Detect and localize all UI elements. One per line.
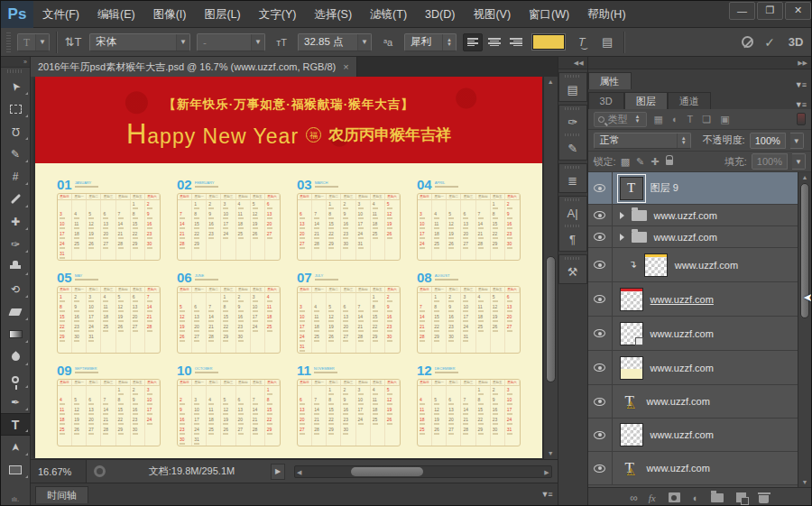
font-size-select[interactable]: 32.85 点 ▼ xyxy=(298,33,372,51)
layer-row-1[interactable]: www.uzzf.com xyxy=(588,205,798,226)
commit-edits-icon[interactable]: ✓ xyxy=(760,35,780,50)
vertical-scrollbar[interactable]: ▲ ▼ xyxy=(543,77,558,459)
menu-item-0[interactable]: 文件(F) xyxy=(33,1,88,28)
move-tool[interactable]: ➤ xyxy=(1,75,31,97)
layer-name[interactable]: www.uzzf.com xyxy=(675,260,738,271)
font-style-select[interactable]: - ▼ xyxy=(197,33,265,51)
align-left-button[interactable] xyxy=(463,33,483,51)
opacity-value[interactable]: 100% xyxy=(750,133,786,149)
dock-grip[interactable] xyxy=(565,107,581,110)
tools-grip[interactable] xyxy=(7,69,23,73)
lock-all-icon[interactable] xyxy=(666,156,673,167)
type-tool[interactable]: T xyxy=(1,413,31,436)
layer-thumbnail[interactable] xyxy=(620,423,643,446)
dock-grip[interactable] xyxy=(565,166,581,169)
scroll-right-icon[interactable]: ▶ xyxy=(544,467,549,477)
chevron-down-icon[interactable]: ▼ xyxy=(357,34,371,51)
layer-name[interactable]: www.uzzf.com xyxy=(654,210,717,221)
dock-grip[interactable] xyxy=(565,225,581,227)
chevron-down-icon[interactable]: ▼ xyxy=(176,34,189,51)
timeline-menu-icon[interactable]: ▼≡ xyxy=(540,490,551,499)
chevron-down-icon[interactable]: ▼ xyxy=(790,133,804,149)
visibility-toggle[interactable] xyxy=(588,317,613,350)
lock-position-icon[interactable]: ✚ xyxy=(651,156,659,168)
spinner-icon[interactable]: ▲▼ xyxy=(442,34,456,51)
text-color-swatch[interactable] xyxy=(532,34,565,50)
new-layer-icon[interactable] xyxy=(736,492,746,502)
history-panel-icon[interactable]: ▤ xyxy=(561,79,585,99)
visibility-toggle[interactable] xyxy=(588,351,613,384)
maximize-button[interactable]: ❐ xyxy=(757,2,783,20)
cancel-edits-icon[interactable] xyxy=(742,36,753,48)
dock-grip[interactable] xyxy=(565,198,581,201)
dock-grip[interactable] xyxy=(565,75,581,78)
layer-name[interactable]: www.uzzf.com xyxy=(651,429,714,440)
clone-source-panel-icon[interactable]: ≣ xyxy=(561,170,585,190)
minimize-button[interactable]: — xyxy=(729,2,755,20)
layer-style-fx-icon[interactable]: fx xyxy=(649,492,656,503)
tools-overflow-icon[interactable]: ılı. xyxy=(12,495,19,506)
layer-name[interactable]: www.uzzf.com xyxy=(651,294,714,305)
smart-object-filter-icon[interactable]: ▣ xyxy=(720,114,729,125)
dock-grip[interactable] xyxy=(565,133,581,136)
menu-item-10[interactable]: 帮助(H) xyxy=(578,1,634,28)
visibility-toggle[interactable] xyxy=(588,172,613,204)
document-tab[interactable]: 2016年年历psd素材猴年大吉.psd @ 16.7% (www.uzzf.c… xyxy=(31,57,357,77)
scroll-up-icon[interactable]: ▲ xyxy=(544,77,558,87)
folder-icon[interactable] xyxy=(632,210,647,221)
text-layer-icon[interactable]: T⚠ xyxy=(620,392,640,410)
layer-name[interactable]: www.uzzf.com xyxy=(651,328,714,339)
tab-properties[interactable]: 属性 xyxy=(588,72,632,89)
new-adjustment-layer-icon[interactable]: ◐ xyxy=(693,492,699,503)
layer-name[interactable]: www.uzzf.com xyxy=(647,396,710,407)
vertical-scroll-thumb[interactable] xyxy=(546,256,556,382)
layer-name[interactable]: www.uzzf.com xyxy=(654,232,717,243)
visibility-toggle[interactable] xyxy=(588,248,613,281)
canvas-image[interactable]: 【新年快乐·万事如意·福猴献瑞·猴年大吉】 Happy New Year 福 农… xyxy=(35,77,542,458)
rectangular-marquee-tool[interactable] xyxy=(1,97,31,120)
close-button[interactable]: ✕ xyxy=(785,2,811,20)
horizontal-scrollbar[interactable]: ◀ ▶ xyxy=(294,465,552,478)
canvas-viewport[interactable]: 【新年快乐·万事如意·福猴献瑞·猴年大吉】 Happy New Year 福 农… xyxy=(31,77,558,459)
visibility-toggle[interactable] xyxy=(588,419,613,451)
horizontal-scroll-thumb[interactable] xyxy=(351,467,422,476)
layer-row-3[interactable]: ↴ www.uzzf.com xyxy=(588,248,798,282)
dodge-tool[interactable] xyxy=(1,368,31,391)
layer-name[interactable]: www.uzzf.com xyxy=(651,363,714,373)
add-layer-mask-icon[interactable] xyxy=(669,492,680,502)
visibility-toggle[interactable] xyxy=(588,385,613,418)
align-right-button[interactable] xyxy=(506,33,526,51)
expand-group-icon[interactable] xyxy=(620,212,624,219)
close-tab-icon[interactable]: × xyxy=(343,61,348,72)
layer-row-6[interactable]: www.uzzf.com xyxy=(588,351,798,385)
brush-presets-panel-icon[interactable]: ✎ xyxy=(561,138,585,158)
lock-pixels-icon[interactable]: ✎ xyxy=(636,156,644,168)
layer-row-0[interactable]: T 图层 9 xyxy=(588,172,798,205)
new-group-icon[interactable] xyxy=(711,493,724,502)
filter-toggle-switch[interactable] xyxy=(797,113,806,125)
menu-item-5[interactable]: 选择(S) xyxy=(305,1,361,28)
layer-name[interactable]: www.uzzf.com xyxy=(647,463,710,474)
layer-row-5[interactable]: www.uzzf.com xyxy=(588,317,798,351)
layer-row-2[interactable]: www.uzzf.com xyxy=(588,226,798,248)
anti-alias-select[interactable]: 犀利 ▲▼ xyxy=(404,33,457,51)
clone-stamp-tool[interactable] xyxy=(1,255,31,278)
chevron-down-icon[interactable]: ▼ xyxy=(792,153,806,170)
paragraph-panel-icon[interactable]: ¶ xyxy=(561,229,585,249)
properties-menu-icon[interactable]: ▼≡ xyxy=(795,80,806,89)
menu-item-7[interactable]: 3D(D) xyxy=(416,1,464,28)
chevron-down-icon[interactable]: ▼ xyxy=(251,34,264,51)
visibility-toggle[interactable] xyxy=(588,452,613,484)
tab-3D[interactable]: 3D xyxy=(588,92,624,109)
crop-tool[interactable]: # xyxy=(1,165,31,188)
scroll-up-icon[interactable]: ▲ xyxy=(798,172,811,182)
filter-type-select[interactable]: 类型 ▲▼ xyxy=(594,112,647,127)
scroll-down-icon[interactable]: ▼ xyxy=(544,448,558,459)
adjustment-filter-icon[interactable]: ◐ xyxy=(672,114,678,125)
history-brush-tool[interactable]: ⟲ xyxy=(1,278,31,300)
scroll-down-icon[interactable]: ▼ xyxy=(798,477,811,487)
link-layers-icon[interactable]: ∞ xyxy=(630,492,636,504)
tool-preset-picker[interactable]: T ▼ xyxy=(17,33,50,51)
tool-presets-panel-icon[interactable]: ⚒ xyxy=(561,262,585,281)
visibility-toggle[interactable] xyxy=(588,226,613,247)
